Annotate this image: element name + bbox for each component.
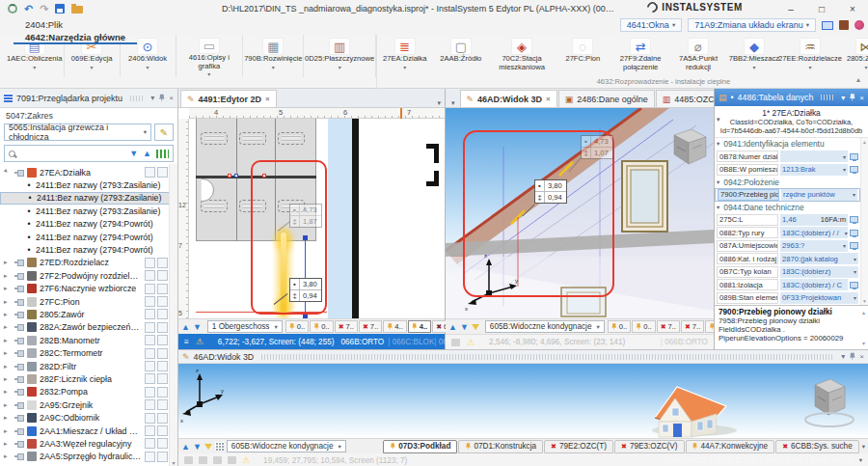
property-row[interactable]: ▾ 0886:Kat. i rodzaj pc 2870:(jak katalo… <box>715 253 860 266</box>
locate-element-button[interactable] <box>157 373 168 384</box>
show-in-graphics-button[interactable] <box>145 399 155 410</box>
tab-list-icon[interactable]: ▾ <box>448 99 459 107</box>
chevron-right-icon[interactable]: ▸ <box>4 401 12 409</box>
drawing-canvas-2d[interactable]: ▪3,80 ‡0,94 ▪4,73 ‡1,87 <box>189 119 445 318</box>
warning-icon[interactable]: ⚠ <box>467 338 475 347</box>
show-in-graphics-button[interactable] <box>145 387 155 397</box>
property-value-field[interactable]: rzędne punktów ▾ <box>781 189 857 201</box>
chevron-right-icon[interactable]: ▸ <box>4 337 12 344</box>
minimize-button[interactable]: – <box>775 0 806 17</box>
mode-toggle[interactable]: 066B:ORTO <box>661 338 708 346</box>
property-value-field[interactable]: 183C:(dobierz) / C ▾ <box>780 279 848 290</box>
chevron-right-icon[interactable]: ▸ <box>2 167 13 178</box>
mode-toggle[interactable]: 066C:BLOK <box>710 456 756 465</box>
pin-icon[interactable] <box>14 402 24 408</box>
pin-icon[interactable] <box>14 324 24 330</box>
monitor-icon[interactable] <box>850 166 858 173</box>
chevron-right-icon[interactable]: ▸ <box>4 427 12 435</box>
show-in-graphics-button[interactable] <box>145 270 155 281</box>
menu-icon[interactable] <box>228 456 236 464</box>
property-row[interactable]: ▾ 0B78:Numer działki ▾ <box>715 151 860 164</box>
close-icon[interactable]: × <box>169 94 174 102</box>
property-row[interactable]: ▾ 0882:Typ rury 183C:(dobierz) / / ▾ <box>715 227 860 240</box>
filter-icon[interactable] <box>472 324 479 330</box>
chevron-down-icon[interactable]: ▾ <box>859 456 862 464</box>
tree-item[interactable]: ▸ • 2411:Bez nazwy (2794:Powrót) <box>0 243 177 256</box>
pin-icon[interactable] <box>14 441 24 447</box>
property-row[interactable]: ▾ 0881:Izolacja 183C:(dobierz) / C ▾ <box>715 279 860 292</box>
floor-up-icon[interactable]: ▲ <box>181 322 190 332</box>
mode-orto[interactable]: 066B:ORTO <box>340 338 384 346</box>
tree-item[interactable]: ▸ • 282C:Termometr <box>0 346 177 359</box>
scroll-up-icon[interactable]: ▴ <box>863 139 866 145</box>
menu-icon[interactable] <box>451 339 460 346</box>
copy-icon[interactable] <box>184 456 193 464</box>
section-header[interactable]: ▾ 0944:Dane techniczne <box>717 203 804 212</box>
show-in-graphics-button[interactable] <box>145 258 155 268</box>
ribbon-button[interactable]: ▭ 4616:Opisy i grafika ▾ <box>176 35 244 77</box>
property-row[interactable]: ▾ 087A:Umiejscowien 2963:? ▾ <box>715 239 860 253</box>
layer-chip[interactable]: ✖ ✖ 7.. <box>657 320 680 333</box>
property-row[interactable]: ▾ 0941:Identyfikacja elementu ▾ <box>715 138 860 151</box>
ribbon-button[interactable]: ◌ 27FC:Pion ▾ <box>555 35 610 77</box>
chevron-down-icon[interactable]: ▾ <box>853 191 855 198</box>
tree-item[interactable]: ▸ • 2411:Bez nazwy (2793:Zasilanie) <box>0 205 177 217</box>
tree-item[interactable]: ▸ • 2AA5:Sprzęgło hydrauliczne <box>0 451 177 463</box>
locate-element-button[interactable] <box>157 335 168 345</box>
document-tab[interactable]: ✎ 46AD:Widok 3D × <box>460 90 557 107</box>
layers-icon[interactable] <box>213 456 222 464</box>
ribbon-button[interactable]: ♒ 27EE:Rozdzielacze ▾ <box>782 35 838 77</box>
close-button[interactable]: × <box>837 0 868 17</box>
chevron-down-icon[interactable]: ▾ <box>854 294 856 301</box>
layer-tab[interactable]: ✖ 07D1:Konstrukcja <box>458 440 543 453</box>
panel-grip[interactable] <box>261 354 833 360</box>
floor-select[interactable]: 1 Obergeschoss▾ <box>207 320 283 333</box>
chevron-down-icon[interactable]: ▾ <box>843 242 846 249</box>
panel-grip[interactable] <box>821 95 833 100</box>
property-value-field[interactable]: 1,46 16FA:m ▾ <box>780 214 848 226</box>
pin-icon[interactable] <box>14 453 24 459</box>
section-header[interactable]: ▾ 0941:Identyfikacja elementu <box>717 139 825 149</box>
redo-icon[interactable]: ↷ <box>40 4 48 14</box>
visible-storeys-select[interactable]: 605B:Widoczne kondygnacje▾ <box>485 320 605 333</box>
locate-element-button[interactable] <box>157 284 168 294</box>
pin-icon[interactable] <box>14 389 24 395</box>
eye-icon[interactable] <box>199 456 207 464</box>
filter-icon[interactable] <box>204 444 212 450</box>
chevron-right-icon[interactable]: ▸ <box>4 440 12 448</box>
chevron-right-icon[interactable]: ▸ <box>4 452 12 460</box>
property-value-field[interactable]: 2963:? ▾ <box>780 240 848 252</box>
locate-element-button[interactable] <box>157 452 168 462</box>
show-in-graphics-button[interactable] <box>145 438 155 449</box>
show-in-graphics-button[interactable] <box>145 413 155 424</box>
tree-item[interactable]: ▸ • 2411:Bez nazwy (2793:Zasilanie) <box>0 178 177 191</box>
layer-chip[interactable]: ✖ ✖ 7.. <box>359 320 382 333</box>
tree-item[interactable]: ▸ • 27FC:Pion <box>0 295 177 308</box>
canvas-3d[interactable]: z y x ▪3,80 ‡0,94 ▪4,73 ‡1,07 <box>446 108 714 318</box>
monitor-icon[interactable] <box>850 282 858 288</box>
chevron-right-icon[interactable]: ▸ <box>4 349 12 357</box>
tree-item[interactable]: ▸ • 282A:Zawór bezpieczeństwa <box>0 321 177 334</box>
document-tab[interactable]: ▥ 4485:OZC × <box>656 90 721 107</box>
mode-toggle[interactable]: 066C:BLOK <box>388 338 434 346</box>
pin-icon[interactable] <box>14 273 24 279</box>
open-folder-icon[interactable] <box>71 6 83 14</box>
app-icon[interactable] <box>8 4 17 14</box>
property-value-field[interactable]: 183C:(dobierz) ▾ <box>780 266 858 278</box>
property-value-field[interactable]: 1213:Brak ▾ <box>780 164 848 176</box>
chevron-down-icon[interactable]: ▾ <box>841 352 845 361</box>
ribbon-tab[interactable]: 2404:Plik <box>14 17 137 30</box>
section-header[interactable]: ▾ 0942:Położenie <box>717 178 779 187</box>
layer-tab[interactable]: ✖ 44A7:Konwekcyjne <box>686 440 775 453</box>
results-icon[interactable] <box>156 150 169 158</box>
screen-layout-menu-button[interactable]: 71A9:Zmiana układu ekranu▾ <box>688 18 816 32</box>
ribbon-button[interactable]: ▦ 790B:Rozwinięcie ▾ <box>243 35 304 77</box>
tree-item[interactable]: ▸ • 282D:Filtr <box>0 360 177 372</box>
save-icon[interactable] <box>55 4 65 14</box>
pin-icon[interactable] <box>14 415 24 421</box>
layer-chip[interactable]: ✖ ✖ 0.. <box>632 320 655 333</box>
chevron-up-icon[interactable]: ▴ <box>862 309 865 315</box>
chevron-down-icon[interactable]: ▾ <box>854 256 856 262</box>
mode-toggle[interactable]: 066E:AUTO <box>806 456 853 465</box>
layer-tab[interactable]: ✖ 6CBB:Sys. suche <box>775 440 859 453</box>
